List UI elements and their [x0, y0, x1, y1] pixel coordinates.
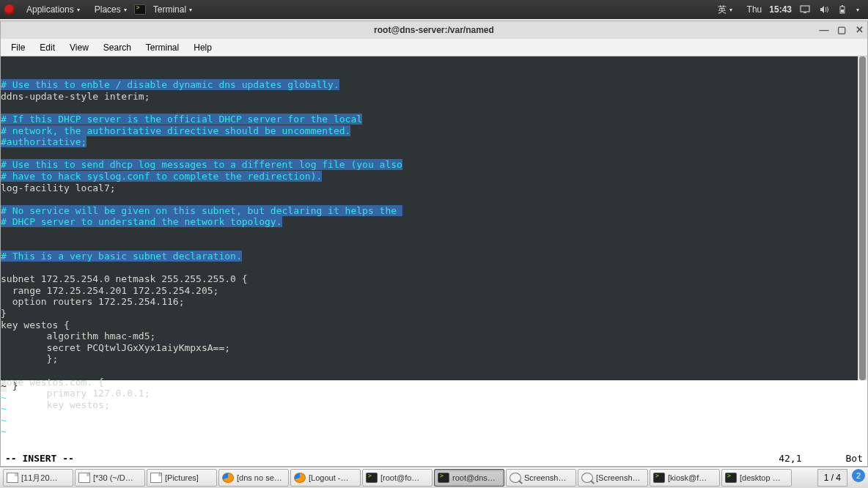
- taskbar-item[interactable]: [root@fo…: [362, 469, 433, 487]
- code-line[interactable]: # This is a very basic subnet declaratio…: [1, 251, 867, 262]
- code-line[interactable]: log-facility local7;: [1, 182, 867, 194]
- taskbar-item[interactable]: [dns no se…: [218, 469, 289, 487]
- code-line[interactable]: ddns-update-style interim;: [1, 91, 867, 103]
- taskbar-item-label: Screensh…: [524, 473, 566, 482]
- file-icon: [150, 473, 162, 483]
- terminal-appmenu[interactable]: Terminal▾: [146, 4, 199, 15]
- code-line[interactable]: [1, 262, 867, 274]
- taskbar-item-label: [Screensh…: [596, 473, 641, 482]
- taskbar-item-label: [desktop …: [740, 473, 781, 482]
- code-line[interactable]: [1, 148, 867, 160]
- code-line[interactable]: };: [1, 353, 867, 365]
- taskbar-item[interactable]: Screensh…: [506, 469, 576, 487]
- taskbar-item[interactable]: [11月20…: [3, 469, 73, 487]
- code-line[interactable]: [1, 365, 867, 377]
- term-icon: [366, 473, 378, 483]
- code-line[interactable]: # Use this to send dhcp log messages to …: [1, 159, 867, 171]
- menu-file[interactable]: File: [5, 41, 31, 54]
- code-line[interactable]: # If this DHCP server is the official DH…: [1, 114, 867, 125]
- code-line[interactable]: key westos {: [1, 319, 867, 331]
- svg-rect-1: [803, 12, 806, 13]
- applications-menu[interactable]: Applications▾: [19, 4, 87, 15]
- notification-badge[interactable]: 2: [852, 469, 865, 482]
- vim-statusbar: -- INSERT -- 42,1 Bot: [1, 451, 867, 466]
- places-menu[interactable]: Places▾: [87, 4, 134, 15]
- workspace-switcher[interactable]: 1 / 4: [817, 469, 847, 487]
- chevron-down-icon: ▾: [729, 7, 732, 13]
- mag-icon: [510, 473, 521, 483]
- window-title: root@dns-server:/var/named: [374, 25, 494, 35]
- menu-search[interactable]: Search: [98, 41, 137, 54]
- clock-time[interactable]: 15:43: [769, 4, 792, 15]
- chevron-down-icon: ▾: [77, 7, 80, 13]
- file-icon: [7, 473, 18, 483]
- code-line[interactable]: subnet 172.25.254.0 netmask 255.255.255.…: [1, 273, 867, 285]
- code-line[interactable]: # Use this to enble / disable dynamic dn…: [1, 79, 867, 91]
- terminal-window: root@dns-server:/var/named — ▢ ✕ File Ed…: [0, 21, 868, 467]
- menu-edit[interactable]: Edit: [34, 41, 61, 54]
- code-line[interactable]: #authoritative;: [1, 136, 867, 148]
- taskbar-item[interactable]: [Pictures]: [147, 469, 217, 487]
- volume-icon[interactable]: [818, 4, 830, 15]
- svg-rect-0: [801, 6, 809, 12]
- menu-terminal[interactable]: Terminal: [140, 41, 185, 54]
- editor-area[interactable]: # Use this to enble / disable dynamic dn…: [1, 56, 867, 466]
- menu-view[interactable]: View: [64, 41, 95, 54]
- code-line[interactable]: }: [1, 308, 867, 319]
- maximize-button[interactable]: ▢: [836, 24, 847, 34]
- taskbar-item[interactable]: root@dns…: [434, 469, 504, 487]
- distro-logo-icon: [4, 4, 15, 15]
- taskbar-item-label: [11月20…: [21, 473, 58, 484]
- taskbar-item[interactable]: [Screensh…: [578, 469, 648, 487]
- code-line[interactable]: # No service will be given on this subne…: [1, 205, 867, 217]
- window-titlebar[interactable]: root@dns-server:/var/named — ▢ ✕: [1, 21, 867, 39]
- code-line[interactable]: [1, 193, 867, 205]
- taskbar-item-label: [dns no se…: [237, 473, 282, 482]
- close-button[interactable]: ✕: [854, 24, 864, 34]
- taskbar-item-label: [root@fo…: [380, 473, 419, 482]
- scroll-indicator: Bot: [846, 453, 863, 465]
- scrollbar[interactable]: [858, 56, 867, 380]
- menu-help[interactable]: Help: [188, 41, 218, 54]
- code-line[interactable]: # DHCP server to understand the network …: [1, 216, 867, 228]
- minimize-button[interactable]: —: [819, 24, 829, 34]
- code-line[interactable]: secret PCQtwlJGxXyx1aiyKmpxsA==;: [1, 342, 867, 354]
- app-menubar: File Edit View Search Terminal Help: [1, 39, 867, 56]
- taskbar-item-label: [kiosk@f…: [668, 473, 707, 482]
- code-line[interactable]: option routers 172.25.254.116;: [1, 296, 867, 308]
- taskbar-item[interactable]: [*30 (~/D…: [75, 469, 145, 487]
- ime-indicator[interactable]: 英▾: [710, 4, 740, 16]
- clock-day[interactable]: Thu: [747, 4, 762, 15]
- code-line[interactable]: range 172.25.254.201 172.25.254.205;: [1, 285, 867, 297]
- code-line[interactable]: zone westos.com. {: [1, 377, 867, 388]
- taskbar-item[interactable]: [desktop …: [721, 469, 792, 487]
- term-icon: [725, 473, 737, 483]
- taskbar-item-label: [*30 (~/D…: [93, 473, 133, 482]
- taskbar-item-label: [Pictures]: [165, 473, 199, 482]
- code-line[interactable]: algorithm hmac-md5;: [1, 330, 867, 342]
- code-line[interactable]: primary 127.0.0.1;: [1, 388, 867, 399]
- taskbar-item[interactable]: [Logout -…: [290, 469, 361, 487]
- taskbar-item-label: root@dns…: [452, 473, 496, 482]
- taskbar: [11月20…[*30 (~/D…[Pictures][dns no se…[L…: [0, 467, 868, 488]
- chevron-down-icon[interactable]: ▾: [856, 7, 859, 13]
- screen-icon[interactable]: [799, 4, 811, 15]
- cursor-position: 42,1: [779, 453, 801, 465]
- term-icon: [653, 473, 665, 483]
- code-line[interactable]: [1, 240, 867, 251]
- chevron-down-icon: ▾: [189, 7, 192, 13]
- taskbar-item[interactable]: [kiosk@f…: [650, 469, 720, 487]
- code-line[interactable]: # network, the authoritative directive s…: [1, 125, 867, 137]
- code-line[interactable]: key westos;: [1, 399, 867, 411]
- editor-lines[interactable]: # Use this to enble / disable dynamic dn…: [1, 56, 867, 380]
- firefox-icon: [222, 473, 234, 483]
- code-line[interactable]: # have to hack syslog.conf to complete t…: [1, 171, 867, 182]
- battery-icon[interactable]: [837, 4, 849, 15]
- terminal-icon: [134, 4, 146, 15]
- code-line[interactable]: [1, 228, 867, 240]
- file-icon: [78, 473, 90, 483]
- code-line[interactable]: [1, 102, 867, 114]
- vim-mode: -- INSERT --: [5, 453, 74, 465]
- scrollbar-thumb[interactable]: [859, 56, 866, 380]
- svg-rect-4: [841, 10, 844, 12]
